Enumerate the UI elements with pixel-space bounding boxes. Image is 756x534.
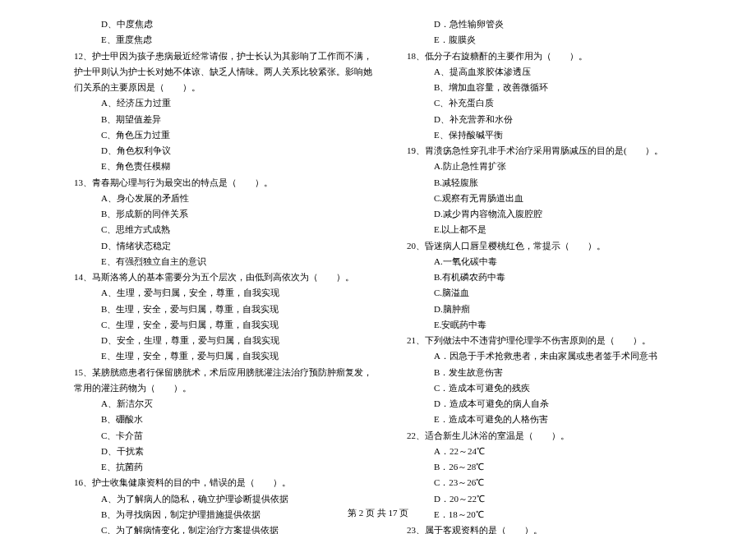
q12-option-b: B、期望值差异 bbox=[74, 112, 374, 127]
q14-option-c: C、生理，安全，爱与归属，尊重，自我实现 bbox=[74, 317, 374, 333]
q21-option-d: D．造成本可避免的病人自杀 bbox=[407, 396, 707, 412]
q22-stem: 22、适合新生儿沐浴的室温是（ ）。 bbox=[407, 428, 707, 444]
q21-stem: 21、下列做法中不违背护理伦理学不伤害原则的是（ ）。 bbox=[407, 333, 707, 348]
q21-option-e: E．造成本可避免的人格伤害 bbox=[407, 412, 707, 427]
q15-option-b: B、硼酸水 bbox=[74, 412, 374, 427]
q21-option-c: C．造成本可避免的残疾 bbox=[407, 380, 707, 396]
q15-option-d: D、干扰素 bbox=[74, 444, 374, 459]
q14-option-b: B、生理，安全，爱与归属，尊重，自我实现 bbox=[74, 302, 374, 317]
q18-stem: 18、低分子右旋糖酐的主要作用为（ ）。 bbox=[407, 48, 707, 64]
q22-option-d: D．20～22℃ bbox=[407, 491, 707, 507]
q22-option-b: B．26～28℃ bbox=[407, 459, 707, 475]
q14-option-a: A、生理，爱与归属，安全，尊重，自我实现 bbox=[74, 285, 374, 301]
q12-option-c: C、角色压力过重 bbox=[74, 127, 374, 143]
q20-option-c: C.脑溢血 bbox=[407, 285, 707, 301]
q19-stem: 19、胃溃疡急性穿孔非手术治疗采用胃肠减压的目的是( ）。 bbox=[407, 143, 707, 159]
q22-option-a: A．22～24℃ bbox=[407, 444, 707, 459]
q11-option-d: D、中度焦虑 bbox=[74, 16, 374, 32]
q15-option-c: C、卡介苗 bbox=[74, 428, 374, 444]
q14-stem: 14、马斯洛将人的基本需要分为五个层次，由低到高依次为（ ）。 bbox=[74, 269, 374, 285]
q18-option-c: C、补充蛋白质 bbox=[407, 95, 707, 111]
q20-option-e: E.安眠药中毒 bbox=[407, 317, 707, 333]
q19-option-a: A.防止急性胃扩张 bbox=[407, 159, 707, 174]
q16-option-a: A、为了解病人的隐私，确立护理诊断提供依据 bbox=[74, 491, 374, 507]
q18-option-e: E、保持酸碱平衡 bbox=[407, 127, 707, 143]
q13-option-b: B、形成新的同伴关系 bbox=[74, 206, 374, 222]
q13-option-e: E、有强烈独立自主的意识 bbox=[74, 254, 374, 269]
q15-stem: 15、某膀胱癌患者行保留膀胱术，术后应用膀胱灌注法治疗预防肿瘤复发，常用的灌注药… bbox=[74, 365, 374, 397]
q19-option-e: E.以上都不是 bbox=[407, 222, 707, 237]
q17-option-e: E．腹膜炎 bbox=[407, 32, 707, 48]
q22-option-c: C．23～26℃ bbox=[407, 475, 707, 490]
q21-option-b: B．发生故意伤害 bbox=[407, 365, 707, 380]
q20-option-b: B.有机磷农药中毒 bbox=[407, 269, 707, 285]
q21-option-a: A．因急于手术抢救患者，未由家属或患者签手术同意书 bbox=[407, 348, 707, 364]
q20-stem: 20、昏迷病人口唇呈樱桃红色，常提示（ ）。 bbox=[407, 238, 707, 254]
q18-option-a: A、提高血浆胶体渗透压 bbox=[407, 64, 707, 80]
q14-option-e: E、生理，安全，尊重，爱与归属，自我实现 bbox=[74, 348, 374, 364]
q15-option-e: E、抗菌药 bbox=[74, 459, 374, 475]
q15-option-a: A、新洁尔灭 bbox=[74, 396, 374, 412]
q18-option-d: D、补充营养和水份 bbox=[407, 112, 707, 127]
q19-option-b: B.减轻腹胀 bbox=[407, 175, 707, 191]
q19-option-c: C.观察有无胃肠道出血 bbox=[407, 191, 707, 206]
q13-stem: 13、青春期心理与行为最突出的特点是（ ）。 bbox=[74, 175, 374, 191]
q13-option-a: A、身心发展的矛盾性 bbox=[74, 191, 374, 206]
q12-option-e: E、角色责任模糊 bbox=[74, 159, 374, 174]
q19-option-d: D.减少胃内容物流入腹腔腔 bbox=[407, 206, 707, 222]
q12-option-d: D、角色权利争议 bbox=[74, 143, 374, 159]
q18-option-b: B、增加血容量，改善微循环 bbox=[407, 80, 707, 95]
q13-option-d: D、情绪状态稳定 bbox=[74, 238, 374, 254]
q23-stem: 23、属于客观资料的是（ ）。 bbox=[407, 522, 707, 534]
q17-option-d: D．急性输卵管炎 bbox=[407, 16, 707, 32]
q12-option-a: A、经济压力过重 bbox=[74, 95, 374, 111]
q13-option-c: C、思维方式成熟 bbox=[74, 222, 374, 237]
left-column: D、中度焦虑 E、重度焦虑 12、护士甲因为孩子患病最近经常请假，护士长认为其影… bbox=[74, 16, 374, 534]
right-column: D．急性输卵管炎 E．腹膜炎 18、低分子右旋糖酐的主要作用为（ ）。 A、提高… bbox=[407, 16, 707, 534]
q20-option-a: A.一氧化碳中毒 bbox=[407, 254, 707, 269]
q14-option-d: D、安全，生理，尊重，爱与归属，自我实现 bbox=[74, 333, 374, 348]
q16-stem: 16、护士收集健康资料的目的中，错误的是（ ）。 bbox=[74, 475, 374, 490]
q11-option-e: E、重度焦虑 bbox=[74, 32, 374, 48]
page-footer: 第 2 页 共 17 页 bbox=[0, 507, 756, 519]
q16-option-c: C、为了解病情变化，制定治疗方案提供依据 bbox=[74, 522, 374, 534]
q12-stem: 12、护士甲因为孩子患病最近经常请假，护士长认为其影响了工作而不满，护士甲则认为… bbox=[74, 48, 374, 96]
q20-option-d: D.脑肿瘤 bbox=[407, 302, 707, 317]
